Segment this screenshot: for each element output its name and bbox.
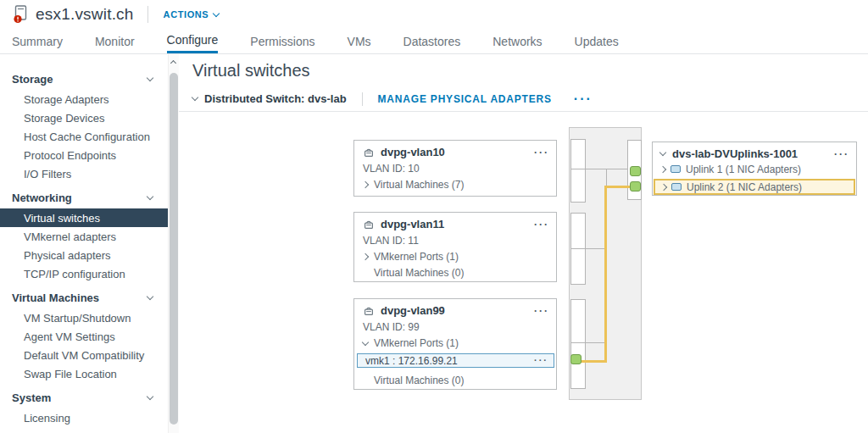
chevron-down-icon xyxy=(192,94,198,101)
uplink-icon xyxy=(671,183,682,191)
uplink-group-name[interactable]: dvs-lab-DVUplinks-1001 xyxy=(672,147,798,160)
tab-permissions[interactable]: Permissions xyxy=(250,29,314,53)
connector-line xyxy=(570,248,606,249)
vlan-id-label: VLAN ID: 11 xyxy=(354,232,556,248)
more-actions-button[interactable]: ··· xyxy=(574,92,593,106)
sidebar-item-swap-file-location[interactable]: Swap File Location xyxy=(0,364,168,383)
chevron-down-icon xyxy=(362,338,369,345)
vmkernel-ports-row[interactable]: VMkernel Ports (1) xyxy=(354,335,556,351)
switch-toolbar: Distributed Switch: dvs-lab MANAGE PHYSI… xyxy=(179,86,868,112)
sidebar-scrollbar[interactable] xyxy=(168,54,179,433)
toolbar-divider xyxy=(362,92,363,106)
section-title: Virtual switches xyxy=(192,61,310,80)
more-actions-button[interactable]: ··· xyxy=(534,306,549,316)
actions-menu-button[interactable]: ACTIONS xyxy=(164,9,220,19)
tab-datastores[interactable]: Datastores xyxy=(403,29,461,53)
highlighted-path xyxy=(581,360,607,363)
tab-vms[interactable]: VMs xyxy=(348,29,371,53)
tab-networks[interactable]: Networks xyxy=(492,29,542,53)
tab-updates[interactable]: Updates xyxy=(575,29,619,53)
sidebar-section-system[interactable]: System xyxy=(0,386,168,408)
sidebar-item-vm-startup-shutdown[interactable]: VM Startup/Shutdown xyxy=(0,308,168,327)
sidebar-section-networking[interactable]: Networking xyxy=(0,186,168,208)
more-actions-button[interactable]: ··· xyxy=(534,356,548,365)
scrollbar-thumb[interactable] xyxy=(170,73,178,425)
tab-monitor[interactable]: Monitor xyxy=(95,29,135,53)
sidebar-item-virtual-switches[interactable]: Virtual switches xyxy=(0,208,168,227)
virtual-machines-row[interactable]: Virtual Machines (0) xyxy=(354,372,465,388)
sidebar-section-virtual-machines[interactable]: Virtual Machines xyxy=(0,286,168,308)
chevron-down-icon xyxy=(147,292,153,299)
highlighted-path xyxy=(607,186,631,188)
uplink-group-card: dvs-lab-DVUplinks-1001 ··· Uplink 1 (1 N… xyxy=(652,142,857,196)
sidebar-item-host-cache-configuration[interactable]: Host Cache Configuration xyxy=(0,127,168,146)
chevron-down-icon xyxy=(147,392,153,399)
vmk-port-row[interactable]: vmk1 : 172.16.99.21 ··· xyxy=(357,353,554,368)
app-header: esx1.vswit.ch ACTIONS xyxy=(0,0,868,29)
switch-port xyxy=(570,299,586,389)
header-divider xyxy=(147,6,148,23)
sidebar-item-protocol-endpoints[interactable]: Protocol Endpoints xyxy=(0,146,168,164)
vswitch-block xyxy=(569,127,642,400)
scroll-up-icon[interactable] xyxy=(170,60,176,66)
chevron-right-icon xyxy=(659,165,666,172)
chevron-right-icon xyxy=(660,183,667,190)
uplink1-row[interactable]: Uplink 1 (1 NIC Adapters) xyxy=(653,162,856,176)
sidebar-item-vmkernel-adapters[interactable]: VMkernel adapters xyxy=(0,227,168,246)
nic-port-icon xyxy=(630,166,641,176)
highlighted-path xyxy=(604,186,607,363)
connector-line xyxy=(570,169,628,169)
chevron-right-icon xyxy=(362,253,369,260)
nic-port-icon xyxy=(630,181,641,192)
tab-configure[interactable]: Configure xyxy=(167,29,219,53)
connector-line xyxy=(570,342,606,343)
sidebar-item-tcpip-configuration[interactable]: TCP/IP configuration xyxy=(0,264,168,283)
portgroup-card-dvpg-vlan99: dvpg-vlan99 ··· VLAN ID: 99 VMkernel Por… xyxy=(353,298,557,390)
portgroup-name[interactable]: dvpg-vlan10 xyxy=(381,146,445,158)
sidebar-item-licensing[interactable]: Licensing xyxy=(0,408,168,427)
more-actions-button[interactable]: ··· xyxy=(534,147,549,158)
more-actions-button[interactable]: ··· xyxy=(834,149,849,159)
portgroup-name[interactable]: dvpg-vlan99 xyxy=(381,304,445,317)
more-actions-button[interactable]: ··· xyxy=(534,219,549,230)
uplink-icon xyxy=(670,165,681,173)
vlan-id-label: VLAN ID: 99 xyxy=(354,319,556,335)
portgroup-card-dvpg-vlan11: dvpg-vlan11 ··· VLAN ID: 11 VMkernel Por… xyxy=(353,212,557,282)
host-alert-icon xyxy=(12,4,29,25)
tab-bar: Summary Monitor Configure Permissions VM… xyxy=(0,29,868,54)
virtual-machines-row[interactable]: Virtual Machines (0) xyxy=(354,264,556,280)
sidebar-item-io-filters[interactable]: I/O Filters xyxy=(0,164,168,183)
sidebar-item-default-vm-compatibility[interactable]: Default VM Compatibility xyxy=(0,346,168,364)
chevron-down-icon xyxy=(147,74,153,80)
distributed-switch-toggle[interactable]: Distributed Switch: dvs-lab xyxy=(192,92,347,105)
main-title-row: Virtual switches xyxy=(179,54,868,86)
sidebar-item-physical-adapters[interactable]: Physical adapters xyxy=(0,246,168,264)
sidebar-item-storage-adapters[interactable]: Storage Adapters xyxy=(0,90,168,108)
nic-port-icon xyxy=(570,354,581,364)
manage-physical-adapters-button[interactable]: MANAGE PHYSICAL ADAPTERS xyxy=(378,93,552,105)
portgroup-icon xyxy=(363,305,375,317)
chevron-right-icon xyxy=(362,181,369,188)
uplink2-row-selected[interactable]: Uplink 2 (1 NIC Adapters) xyxy=(654,179,855,195)
vmkernel-ports-row[interactable]: VMkernel Ports (1) xyxy=(354,248,556,264)
chevron-down-icon xyxy=(213,9,220,16)
sidebar-item-agent-vm-settings[interactable]: Agent VM Settings xyxy=(0,327,168,346)
switch-port xyxy=(570,139,586,203)
portgroup-icon xyxy=(363,147,375,158)
configure-sidebar: Storage Storage Adapters Storage Devices… xyxy=(0,54,168,433)
tab-summary[interactable]: Summary xyxy=(12,29,63,53)
sidebar-item-storage-devices[interactable]: Storage Devices xyxy=(0,108,168,127)
page-title: esx1.vswit.ch xyxy=(36,5,134,24)
chevron-down-icon xyxy=(147,192,153,199)
portgroup-card-dvpg-vlan10: dvpg-vlan10 ··· VLAN ID: 10 Virtual Mach… xyxy=(353,140,557,197)
vlan-id-label: VLAN ID: 10 xyxy=(354,160,556,176)
portgroup-name[interactable]: dvpg-vlan11 xyxy=(381,218,444,230)
portgroup-icon xyxy=(363,219,375,230)
virtual-machines-row[interactable]: Virtual Machines (7) xyxy=(354,176,556,192)
chevron-down-icon xyxy=(659,149,666,156)
sidebar-section-storage[interactable]: Storage xyxy=(0,68,168,90)
switch-topology-diagram: dvpg-vlan10 ··· VLAN ID: 10 Virtual Mach… xyxy=(179,112,868,433)
